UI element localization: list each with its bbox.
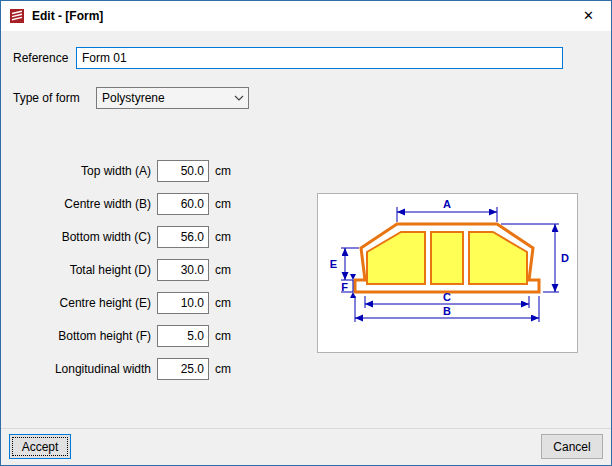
dialog-content: Reference Type of form Polystyrene Top w…: [1, 31, 611, 465]
field-row: Top width (A) cm: [1, 160, 311, 182]
input-centre-height-e[interactable]: [157, 292, 209, 314]
field-label: Centre width (B): [7, 193, 151, 215]
field-row: Centre width (B) cm: [1, 193, 311, 215]
field-unit: cm: [215, 292, 231, 314]
dim-label-d: D: [561, 252, 569, 264]
dim-label-b: B: [443, 305, 451, 317]
field-unit: cm: [215, 358, 231, 380]
dim-label-f: F: [341, 281, 348, 293]
accept-button[interactable]: Accept: [9, 434, 71, 459]
field-unit: cm: [215, 226, 231, 248]
dim-label-e: E: [330, 258, 337, 270]
dim-label-c: C: [443, 291, 451, 303]
input-bottom-height-f[interactable]: [157, 325, 209, 347]
input-top-width-a[interactable]: [157, 160, 209, 182]
field-unit: cm: [215, 325, 231, 347]
field-row: Bottom width (C) cm: [1, 226, 311, 248]
field-row: Centre height (E) cm: [1, 292, 311, 314]
field-unit: cm: [215, 259, 231, 281]
type-of-form-label: Type of form: [13, 87, 80, 109]
reference-label: Reference: [13, 47, 68, 69]
field-row: Longitudinal width cm: [1, 358, 311, 380]
field-label: Longitudinal width: [7, 358, 151, 380]
input-longitudinal-width[interactable]: [157, 358, 209, 380]
field-unit: cm: [215, 193, 231, 215]
reference-input[interactable]: [76, 47, 563, 69]
app-icon: [9, 8, 25, 24]
input-centre-width-b[interactable]: [157, 193, 209, 215]
field-row: Bottom height (F) cm: [1, 325, 311, 347]
type-of-form-select[interactable]: Polystyrene: [96, 87, 249, 109]
field-label: Total height (D): [7, 259, 151, 281]
window-title: Edit - [Form]: [32, 9, 103, 23]
field-label: Top width (A): [7, 160, 151, 182]
button-bar-separator: [1, 428, 611, 429]
input-total-height-d[interactable]: [157, 259, 209, 281]
type-of-form-value: Polystyrene: [102, 91, 230, 105]
chevron-down-icon: [230, 95, 248, 101]
field-label: Bottom height (F): [7, 325, 151, 347]
field-label: Bottom width (C): [7, 226, 151, 248]
close-icon[interactable]: ✕: [566, 1, 611, 30]
form-cell-middle: [431, 232, 463, 284]
cancel-button[interactable]: Cancel: [541, 434, 603, 459]
dim-label-a: A: [443, 198, 451, 210]
edit-form-dialog: Edit - [Form] ✕ Reference Type of form P…: [0, 0, 612, 466]
input-bottom-width-c[interactable]: [157, 226, 209, 248]
field-label: Centre height (E): [7, 292, 151, 314]
cross-section-diagram: A B C D E F: [317, 193, 578, 353]
field-row: Total height (D) cm: [1, 259, 311, 281]
titlebar: Edit - [Form] ✕: [1, 1, 611, 31]
field-unit: cm: [215, 160, 231, 182]
form-cross-section: A B C D E F: [318, 194, 577, 352]
app-icon-glyph: [9, 8, 25, 24]
